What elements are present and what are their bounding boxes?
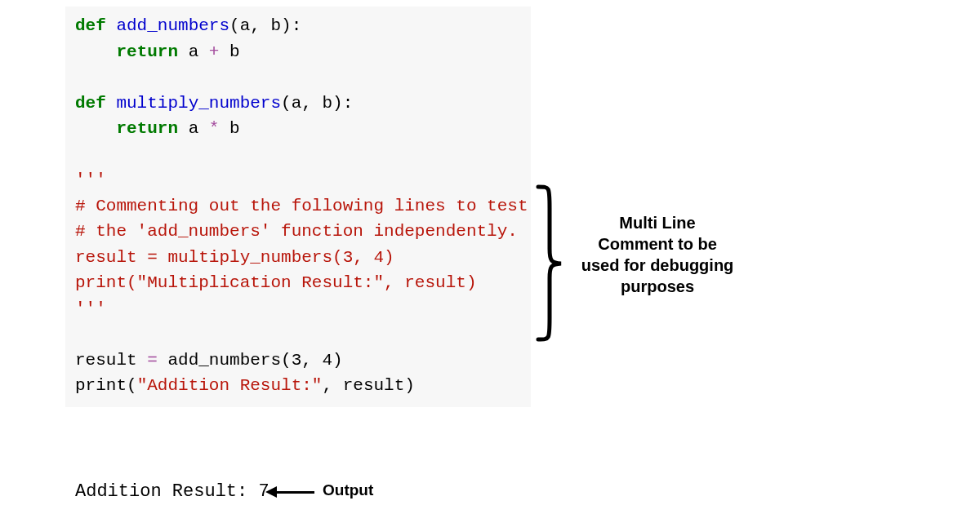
- triple-quote-close: ''': [75, 299, 106, 318]
- comment-line-3: result = multiply_numbers(3, 4): [75, 248, 394, 267]
- print-call: print(: [75, 376, 137, 395]
- expr-b: b: [219, 42, 239, 61]
- params: (a, b):: [281, 94, 353, 113]
- indent: [75, 119, 116, 138]
- expr-a: a: [178, 119, 209, 138]
- code-block: def add_numbers(a, b): return a + b def …: [65, 7, 531, 407]
- output-label: Output: [323, 481, 373, 499]
- triple-quote-open: ''': [75, 171, 106, 189]
- comma: ,: [301, 351, 322, 370]
- num-3: 3: [292, 351, 302, 370]
- comment-line-2: # the 'add_numbers' function independent…: [75, 222, 518, 241]
- arrow-left-icon: [265, 487, 314, 497]
- fn-multiply-numbers: multiply_numbers: [106, 94, 281, 113]
- params: (a, b):: [229, 16, 301, 35]
- keyword-return: return: [116, 119, 178, 138]
- indent: [75, 42, 116, 61]
- op-assign: =: [147, 351, 158, 370]
- var-result: result: [75, 351, 147, 370]
- keyword-def: def: [75, 94, 106, 113]
- keyword-def: def: [75, 16, 106, 35]
- print-rest: , result): [322, 376, 414, 395]
- comment-line-1: # Commenting out the following lines to …: [75, 197, 528, 215]
- op-plus: +: [209, 42, 220, 61]
- call-add: add_numbers(: [158, 351, 292, 370]
- keyword-return: return: [116, 42, 178, 61]
- paren-close: ): [332, 351, 343, 370]
- string-literal: "Addition Result:": [137, 376, 323, 395]
- output-text: Addition Result: 7: [75, 481, 270, 502]
- expr-a: a: [178, 42, 209, 61]
- num-4: 4: [322, 351, 332, 370]
- annotation-label: Multi Line Comment to be used for debugg…: [580, 212, 735, 297]
- comment-line-4: print("Multiplication Result:", result): [75, 273, 476, 292]
- fn-add-numbers: add_numbers: [106, 16, 229, 35]
- op-star: *: [209, 119, 220, 138]
- curly-brace-icon: [535, 184, 564, 343]
- expr-b: b: [219, 119, 239, 138]
